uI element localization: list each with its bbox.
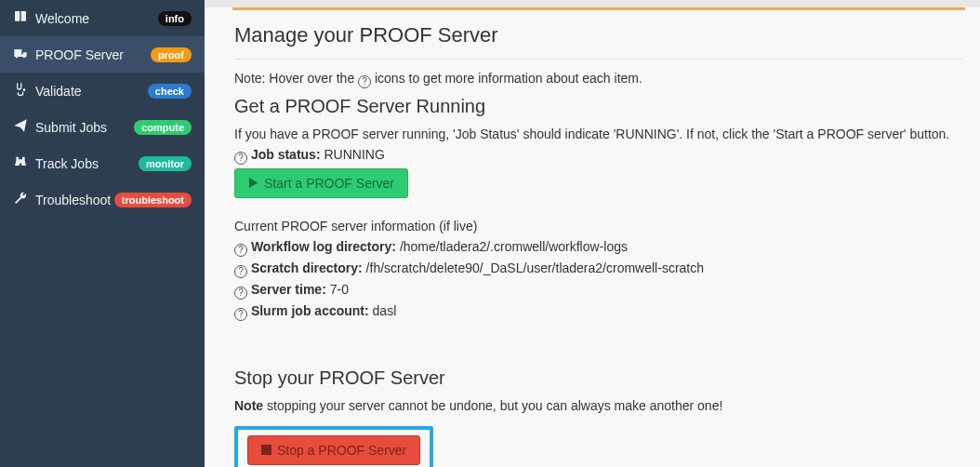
truck-icon xyxy=(13,46,28,63)
stop-note-bold: Note xyxy=(234,398,263,413)
stop-button-highlight: Stop a PROOF Server xyxy=(234,426,433,467)
stop-icon xyxy=(261,443,271,458)
section-description: If you have a PROOF server running, 'Job… xyxy=(234,127,963,141)
slurm-account-value: dasl xyxy=(373,303,397,318)
sidebar-badge: check xyxy=(148,84,192,99)
slurm-account-label: Slurm job account: xyxy=(251,303,369,318)
start-button-label: Start a PROOF Server xyxy=(264,176,394,191)
job-status-value: RUNNING xyxy=(324,147,384,162)
stop-proof-server-button[interactable]: Stop a PROOF Server xyxy=(247,435,420,465)
server-time-line: ? Server time: 7-0 xyxy=(234,282,963,300)
main-content: Manage your PROOF Server Note: Hover ove… xyxy=(205,0,980,467)
sidebar-badge: troubleshoot xyxy=(114,193,192,207)
sidebar-item-label: Welcome xyxy=(35,11,89,26)
stethoscope-icon xyxy=(13,82,28,100)
scratch-dir-line: ? Scratch directory: /fh/scratch/delete9… xyxy=(234,260,963,278)
sidebar-item-proof-server[interactable]: PROOF Server proof xyxy=(0,36,205,73)
start-proof-server-button[interactable]: Start a PROOF Server xyxy=(234,168,408,198)
job-status-line: ? Job status: RUNNING xyxy=(234,147,963,165)
section-title-stop: Stop your PROOF Server xyxy=(234,367,963,389)
paper-plane-icon xyxy=(13,118,28,136)
stop-button-label: Stop a PROOF Server xyxy=(277,443,406,458)
accent-line xyxy=(232,7,965,10)
play-icon xyxy=(248,176,258,191)
sidebar: Welcome info PROOF Server proof Validate… xyxy=(0,0,205,467)
help-icon: ? xyxy=(358,75,371,88)
sidebar-item-label: Track Jobs xyxy=(35,156,99,171)
sidebar-item-troubleshoot[interactable]: Troubleshoot troubleshoot xyxy=(0,181,205,218)
svg-rect-0 xyxy=(261,445,271,455)
sidebar-item-label: PROOF Server xyxy=(35,47,124,62)
server-time-label: Server time: xyxy=(251,282,326,297)
help-icon[interactable]: ? xyxy=(234,152,247,165)
help-icon[interactable]: ? xyxy=(234,244,247,257)
help-icon[interactable]: ? xyxy=(234,265,247,278)
page-title: Manage your PROOF Server xyxy=(234,23,963,47)
wrench-icon xyxy=(13,191,28,208)
sidebar-item-validate[interactable]: Validate check xyxy=(0,73,205,109)
binoculars-icon xyxy=(13,154,28,172)
job-status-label: Job status: xyxy=(251,147,321,162)
book-icon xyxy=(13,9,28,27)
sidebar-item-submit-jobs[interactable]: Submit Jobs compute xyxy=(0,109,205,145)
divider xyxy=(234,59,963,60)
sidebar-badge: proof xyxy=(151,47,192,62)
top-bar xyxy=(205,0,980,7)
sidebar-badge: compute xyxy=(134,120,192,135)
stop-note-text: stopping your server cannot be undone, b… xyxy=(263,398,722,413)
help-icon[interactable]: ? xyxy=(234,287,247,300)
sidebar-item-track-jobs[interactable]: Track Jobs monitor xyxy=(0,145,205,181)
hover-note: Note: Hover over the ? icons to get more… xyxy=(234,71,963,88)
sidebar-badge: info xyxy=(158,11,192,26)
scratch-dir-value: /fh/scratch/delete90/_DaSL/user/tladera2… xyxy=(366,260,704,275)
sidebar-badge: monitor xyxy=(139,156,192,171)
current-info-label: Current PROOF server information (if liv… xyxy=(234,219,963,234)
scratch-dir-label: Scratch directory: xyxy=(251,260,363,275)
help-icon[interactable]: ? xyxy=(234,308,247,321)
workflow-dir-line: ? Workflow log directory: /home/tladera2… xyxy=(234,239,963,257)
workflow-dir-value: /home/tladera2/.cromwell/workflow-logs xyxy=(400,239,628,254)
slurm-account-line: ? Slurm job account: dasl xyxy=(234,303,963,321)
sidebar-item-label: Submit Jobs xyxy=(35,120,107,135)
stop-note: Note stopping your server cannot be undo… xyxy=(234,398,963,413)
sidebar-item-label: Validate xyxy=(35,84,82,99)
sidebar-item-welcome[interactable]: Welcome info xyxy=(0,0,205,36)
server-time-value: 7-0 xyxy=(330,282,349,297)
section-title-get-running: Get a PROOF Server Running xyxy=(234,96,963,117)
workflow-dir-label: Workflow log directory: xyxy=(251,239,396,254)
sidebar-item-label: Troubleshoot xyxy=(35,193,111,207)
